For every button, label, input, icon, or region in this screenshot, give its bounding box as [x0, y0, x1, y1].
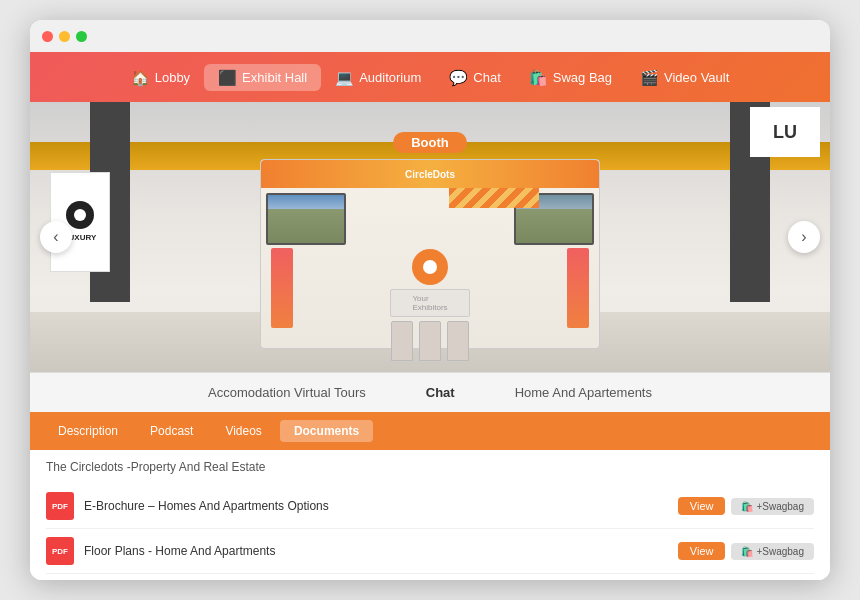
booth-door-3 — [447, 321, 469, 361]
view-button-1[interactable]: View — [678, 497, 726, 515]
booth-doors — [391, 321, 469, 361]
maximize-button[interactable] — [76, 31, 87, 42]
booth-main-area: YourExhibitors — [271, 249, 589, 361]
booth-orange-stripes — [449, 188, 539, 208]
booth-container: Booth CircleDots — [250, 132, 610, 349]
document-row-1: PDF E-Brochure – Homes And Apartments Op… — [46, 484, 814, 529]
video-icon: 🎬 — [640, 70, 659, 85]
booth-label[interactable]: Booth — [393, 132, 467, 153]
swagbag-icon: 🛍️ — [529, 70, 548, 85]
exhibit-icon: ⬛ — [218, 70, 237, 85]
pdf-icon-1: PDF — [46, 492, 74, 520]
nav-item-lobby[interactable]: 🏠 Lobby — [117, 64, 204, 91]
hall-tab-home-apartments[interactable]: Home And Apartements — [515, 385, 652, 400]
booth-banner-left — [271, 248, 293, 328]
booth-structure: CircleDots — [260, 159, 600, 349]
swagbag-button-1[interactable]: 🛍️ +Swagbag — [731, 498, 814, 515]
auditorium-icon: 💻 — [335, 70, 354, 85]
nav-label-auditorium: Auditorium — [359, 70, 421, 85]
nav-item-exhibit-hall[interactable]: ⬛ Exhibit Hall — [204, 64, 321, 91]
nav-label-chat: Chat — [473, 70, 500, 85]
booth-center: YourExhibitors — [261, 245, 599, 365]
home-icon: 🏠 — [131, 70, 150, 85]
booth-counter[interactable]: YourExhibitors — [390, 289, 470, 317]
navigation-bar: 🏠 Lobby ⬛ Exhibit Hall 💻 Auditorium 💬 Ch… — [30, 52, 830, 102]
view-button-2[interactable]: View — [678, 542, 726, 560]
titlebar — [30, 20, 830, 52]
tab-podcast[interactable]: Podcast — [136, 420, 207, 442]
nav-item-swagbag[interactable]: 🛍️ Swag Bag — [515, 64, 626, 91]
screen-house-img — [268, 195, 344, 243]
booth-door-1 — [391, 321, 413, 361]
booth-banner-right — [567, 248, 589, 328]
prev-arrow[interactable]: ‹ — [40, 221, 72, 253]
browser-window: 🏠 Lobby ⬛ Exhibit Hall 💻 Auditorium 💬 Ch… — [30, 20, 830, 580]
doc-name-1: E-Brochure – Homes And Apartments Option… — [84, 499, 668, 513]
nav-item-chat[interactable]: 💬 Chat — [435, 64, 514, 91]
nav-label-lobby: Lobby — [155, 70, 190, 85]
booth-header: CircleDots — [261, 160, 599, 188]
topright-logo: LU — [750, 107, 820, 157]
documents-section: The Circledots -Property And Real Estate… — [30, 450, 830, 580]
luxury-circle — [66, 201, 94, 229]
luxury-circle-inner — [74, 209, 86, 221]
virtual-hall: LUXURY LU Booth CircleDots — [30, 102, 830, 372]
nav-label-video-vault: Video Vault — [664, 70, 729, 85]
swagbag-button-2[interactable]: 🛍️ +Swagbag — [731, 543, 814, 560]
nav-label-exhibit-hall: Exhibit Hall — [242, 70, 307, 85]
hall-tab-chat[interactable]: Chat — [426, 385, 455, 400]
doc-name-2: Floor Plans - Home And Apartments — [84, 544, 668, 558]
next-arrow[interactable]: › — [788, 221, 820, 253]
tab-videos[interactable]: Videos — [211, 420, 275, 442]
booth-door-2 — [419, 321, 441, 361]
booth-screen-left — [266, 193, 346, 245]
chat-icon: 💬 — [449, 70, 468, 85]
minimize-button[interactable] — [59, 31, 70, 42]
pdf-icon-2: PDF — [46, 537, 74, 565]
company-name: CircleDots — [405, 169, 455, 180]
document-row-2: PDF Floor Plans - Home And Apartments Vi… — [46, 529, 814, 574]
hall-bottom-tabs: Accomodation Virtual Tours Chat Home And… — [30, 372, 830, 412]
tab-description[interactable]: Description — [44, 420, 132, 442]
documents-title: The Circledots -Property And Real Estate — [46, 460, 814, 474]
nav-label-swagbag: Swag Bag — [553, 70, 612, 85]
bag-icon-1: 🛍️ — [741, 501, 753, 512]
booth-circle-inner — [420, 257, 440, 277]
tab-documents[interactable]: Documents — [280, 420, 373, 442]
nav-item-auditorium[interactable]: 💻 Auditorium — [321, 64, 435, 91]
bag-icon-2: 🛍️ — [741, 546, 753, 557]
booth-circle — [412, 249, 448, 285]
doc-actions-1: View 🛍️ +Swagbag — [678, 497, 814, 515]
booth-screens — [261, 188, 599, 245]
doc-actions-2: View 🛍️ +Swagbag — [678, 542, 814, 560]
main-content: LUXURY LU Booth CircleDots — [30, 102, 830, 580]
content-tabs: Description Podcast Videos Documents — [30, 412, 830, 450]
nav-item-video-vault[interactable]: 🎬 Video Vault — [626, 64, 743, 91]
close-button[interactable] — [42, 31, 53, 42]
hall-tab-accomodation[interactable]: Accomodation Virtual Tours — [208, 385, 366, 400]
